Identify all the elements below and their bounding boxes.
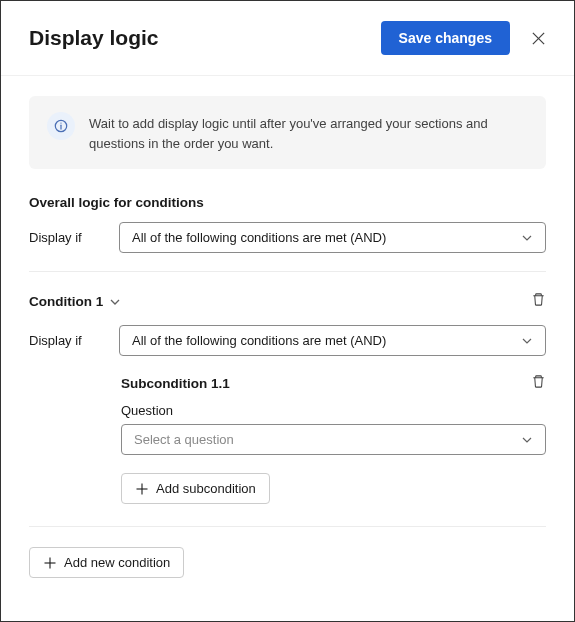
- subcondition-title: Subcondition 1.1: [121, 376, 230, 391]
- condition-display-if-row: Display if All of the following conditio…: [29, 325, 546, 356]
- header-actions: Save changes: [381, 21, 550, 55]
- panel-header: Display logic Save changes: [1, 1, 574, 75]
- close-icon: [531, 31, 546, 46]
- question-label: Question: [121, 403, 546, 418]
- display-if-label: Display if: [29, 333, 99, 348]
- delete-subcondition-button[interactable]: [531, 374, 546, 393]
- condition-title: Condition 1: [29, 294, 103, 309]
- chevron-down-icon: [109, 296, 121, 308]
- info-banner: Wait to add display logic until after yo…: [29, 96, 546, 169]
- select-value: All of the following conditions are met …: [132, 333, 386, 348]
- add-condition-button[interactable]: Add new condition: [29, 547, 184, 578]
- divider: [29, 271, 546, 272]
- delete-condition-button[interactable]: [531, 292, 546, 311]
- info-icon: [54, 119, 68, 133]
- overall-display-if-row: Display if All of the following conditio…: [29, 222, 546, 253]
- button-label: Add new condition: [64, 555, 170, 570]
- trash-icon: [531, 374, 546, 389]
- info-icon-wrap: [47, 112, 75, 140]
- close-button[interactable]: [526, 26, 550, 50]
- footer: Add new condition: [29, 526, 546, 578]
- overall-logic-label: Overall logic for conditions: [29, 195, 546, 210]
- overall-logic-select[interactable]: All of the following conditions are met …: [119, 222, 546, 253]
- trash-icon: [531, 292, 546, 307]
- panel-content: Wait to add display logic until after yo…: [1, 76, 574, 578]
- plus-icon: [135, 482, 149, 496]
- save-button[interactable]: Save changes: [381, 21, 510, 55]
- condition-logic-select[interactable]: All of the following conditions are met …: [119, 325, 546, 356]
- chevron-down-icon: [521, 232, 533, 244]
- select-placeholder: Select a question: [134, 432, 234, 447]
- display-if-label: Display if: [29, 230, 99, 245]
- subcondition-area: Subcondition 1.1 Question Select a quest…: [121, 374, 546, 504]
- page-title: Display logic: [29, 26, 159, 50]
- chevron-down-icon: [521, 335, 533, 347]
- info-text: Wait to add display logic until after yo…: [89, 112, 528, 153]
- plus-icon: [43, 556, 57, 570]
- svg-point-4: [60, 123, 61, 124]
- question-select[interactable]: Select a question: [121, 424, 546, 455]
- button-label: Add subcondition: [156, 481, 256, 496]
- subcondition-header: Subcondition 1.1: [121, 374, 546, 393]
- select-value: All of the following conditions are met …: [132, 230, 386, 245]
- condition-header: Condition 1: [29, 292, 546, 311]
- add-subcondition-button[interactable]: Add subcondition: [121, 473, 270, 504]
- condition-title-toggle[interactable]: Condition 1: [29, 294, 121, 309]
- chevron-down-icon: [521, 434, 533, 446]
